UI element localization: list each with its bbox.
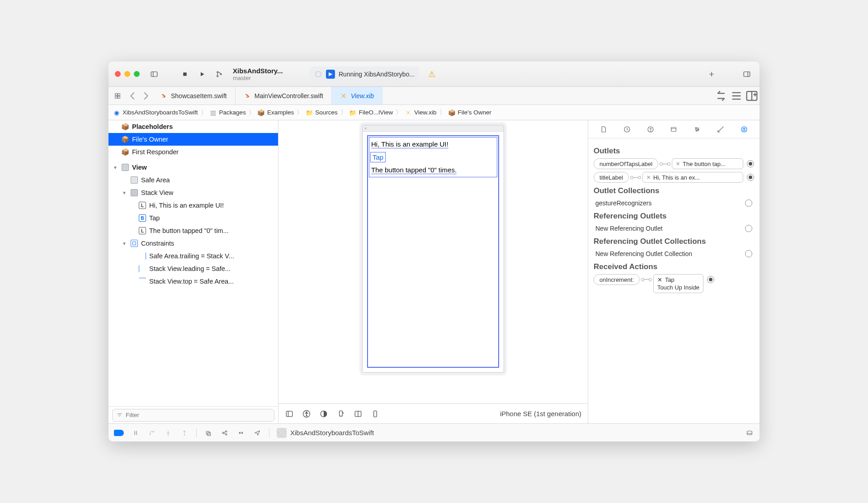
action-target[interactable]: ✕Tap Touch Up Inside — [653, 274, 703, 293]
run-button[interactable] — [196, 68, 208, 81]
accessibility-icon[interactable] — [302, 409, 311, 418]
constraint-item[interactable]: Stack View.leading = Safe... — [108, 262, 278, 275]
toggle-debug-area-icon[interactable] — [745, 428, 754, 437]
outlet-row[interactable]: numberOfTapsLabel ✕The button tap... — [594, 158, 754, 169]
editor-options-lines-icon[interactable] — [729, 88, 744, 104]
orientation-icon[interactable] — [336, 409, 345, 418]
close-window-button[interactable] — [115, 71, 121, 77]
add-editor-button[interactable] — [744, 88, 760, 104]
stack-view-item[interactable]: ▼Stack View — [108, 186, 278, 199]
debug-view-hierarchy-icon[interactable] — [204, 428, 213, 437]
view-root[interactable]: ▼View — [108, 161, 278, 174]
new-referencing-outlet-row[interactable]: New Referencing Outlet — [594, 223, 754, 233]
layout-split-icon[interactable] — [354, 409, 363, 418]
file-inspector-tab[interactable] — [596, 122, 611, 137]
files-owner-item[interactable]: 📦File's Owner — [108, 133, 278, 146]
breakpoint-toggle[interactable] — [114, 430, 124, 436]
safe-area-item[interactable]: Safe Area — [108, 174, 278, 186]
help-inspector-tab[interactable] — [643, 122, 658, 137]
size-inspector-tab[interactable] — [713, 122, 728, 137]
zoom-window-button[interactable] — [134, 71, 140, 77]
debug-target[interactable]: XibsAndStoryboardsToSwift — [277, 428, 374, 438]
minimize-window-button[interactable] — [124, 71, 130, 77]
toggle-inspector-button[interactable] — [741, 68, 753, 81]
run-destination[interactable]: ▶ Running XibsAndStorybo... — [310, 66, 419, 82]
outlet-row[interactable]: titleLabel ✕Hi, This is an ex... — [594, 172, 754, 183]
jump-folder[interactable]: 📁FileO...lView — [349, 109, 393, 116]
canvas-scroll[interactable]: × Hi, This is an example UI! Tap The but… — [278, 120, 588, 403]
jump-sources[interactable]: 📁Sources — [306, 109, 338, 116]
environment-overrides-icon[interactable] — [236, 428, 245, 437]
preview-count-label[interactable]: The button tapped "0" times. — [369, 163, 497, 177]
preview-title-label[interactable]: Hi, This is an example UI! — [369, 138, 497, 151]
preview-tap-button[interactable]: Tap — [370, 152, 386, 162]
remove-icon[interactable]: ✕ — [657, 276, 662, 283]
connection-socket-icon[interactable] — [745, 225, 752, 232]
label-item-1[interactable]: LHi, This is an example UI! — [108, 199, 278, 212]
location-simulate-icon[interactable] — [253, 428, 262, 437]
scheme-branch-button[interactable] — [213, 68, 226, 81]
tab-mainviewcontroller[interactable]: MainViewController.swift — [236, 87, 332, 104]
tab-showcaseitem[interactable]: ShowcaseItem.swift — [152, 87, 236, 104]
jump-packages[interactable]: ▥Packages — [210, 109, 246, 116]
tab-view-xib[interactable]: View.xib — [332, 87, 382, 104]
editor-options-swap-icon[interactable] — [713, 88, 729, 104]
outlet-name[interactable]: numberOfTapsLabel — [594, 158, 658, 169]
device-name-label[interactable]: iPhone SE (1st generation) — [500, 410, 581, 418]
warning-icon[interactable]: ⚠︎ — [428, 69, 435, 79]
debug-memory-graph-icon[interactable] — [220, 428, 229, 437]
filter-input[interactable] — [126, 412, 270, 418]
stop-button[interactable] — [179, 68, 191, 81]
connection-socket-icon[interactable] — [745, 199, 752, 207]
label-item-2[interactable]: LThe button tapped "0" tim... — [108, 224, 278, 237]
nav-back-button[interactable] — [127, 90, 139, 102]
add-button[interactable] — [705, 68, 718, 81]
remove-icon[interactable]: ✕ — [646, 175, 651, 180]
toggle-navigator-button[interactable] — [148, 68, 160, 81]
first-responder-item[interactable]: 📦First Responder — [108, 146, 278, 158]
step-out-icon[interactable] — [180, 428, 189, 437]
step-into-icon[interactable] — [164, 428, 173, 437]
device-icon[interactable] — [371, 409, 380, 418]
appearance-icon[interactable] — [319, 409, 328, 418]
toggle-outline-icon[interactable] — [285, 409, 294, 418]
remove-icon[interactable]: ✕ — [676, 161, 680, 167]
close-icon[interactable]: × — [364, 126, 367, 131]
constraints-group[interactable]: ▼Constraints — [108, 237, 278, 250]
connection-socket-icon[interactable] — [707, 276, 714, 283]
disclosure-icon[interactable]: ▼ — [112, 165, 118, 170]
attributes-inspector-tab[interactable] — [690, 122, 704, 137]
nav-forward-button[interactable] — [139, 90, 152, 102]
jump-filesowner[interactable]: 📦File's Owner — [448, 109, 492, 116]
jump-file[interactable]: View.xib — [405, 109, 436, 116]
connection-socket-icon[interactable] — [745, 250, 752, 257]
connection-socket-icon[interactable] — [747, 160, 754, 167]
action-name[interactable]: onIncrement: — [594, 274, 640, 285]
button-item[interactable]: BTap — [108, 212, 278, 224]
connections-inspector-tab[interactable] — [737, 122, 751, 137]
placeholders-group[interactable]: 📦Placeholders — [108, 120, 278, 133]
history-inspector-tab[interactable] — [620, 122, 634, 137]
action-row[interactable]: onIncrement: ✕Tap Touch Up Inside — [594, 274, 754, 293]
outlet-target[interactable]: ✕The button tap... — [672, 158, 743, 169]
outlet-name[interactable]: titleLabel — [594, 172, 629, 183]
identity-inspector-tab[interactable] — [666, 122, 681, 137]
step-over-icon[interactable] — [147, 428, 156, 437]
gesture-recognizers-row[interactable]: gestureRecognizers — [594, 198, 754, 208]
constraint-item[interactable]: Safe Area.trailing = Stack V... — [108, 250, 278, 262]
connection-socket-icon[interactable] — [747, 174, 754, 181]
jump-bar[interactable]: ◉XibsAndStoryboardsToSwift〉 ▥Packages〉 📦… — [108, 105, 760, 120]
outlet-target[interactable]: ✕Hi, This is an ex... — [642, 172, 743, 183]
constraint-item[interactable]: Stack View.top = Safe Area... — [108, 275, 278, 288]
device-frame[interactable]: × Hi, This is an example UI! Tap The but… — [362, 125, 504, 373]
related-items-button[interactable] — [108, 87, 127, 104]
disclosure-icon[interactable]: ▼ — [121, 241, 127, 246]
disclosure-icon[interactable]: ▼ — [121, 190, 127, 195]
outline-tree[interactable]: 📦Placeholders 📦File's Owner 📦First Respo… — [108, 120, 278, 406]
jump-project[interactable]: ◉XibsAndStoryboardsToSwift — [113, 109, 198, 116]
pause-button[interactable] — [131, 428, 140, 437]
filter-field[interactable] — [112, 409, 274, 422]
jump-examples[interactable]: 📦Examples — [258, 109, 294, 116]
stackview-preview[interactable]: Hi, This is an example UI! Tap The butto… — [369, 137, 497, 177]
new-referencing-outlet-collection-row[interactable]: New Referencing Outlet Collection — [594, 249, 754, 259]
